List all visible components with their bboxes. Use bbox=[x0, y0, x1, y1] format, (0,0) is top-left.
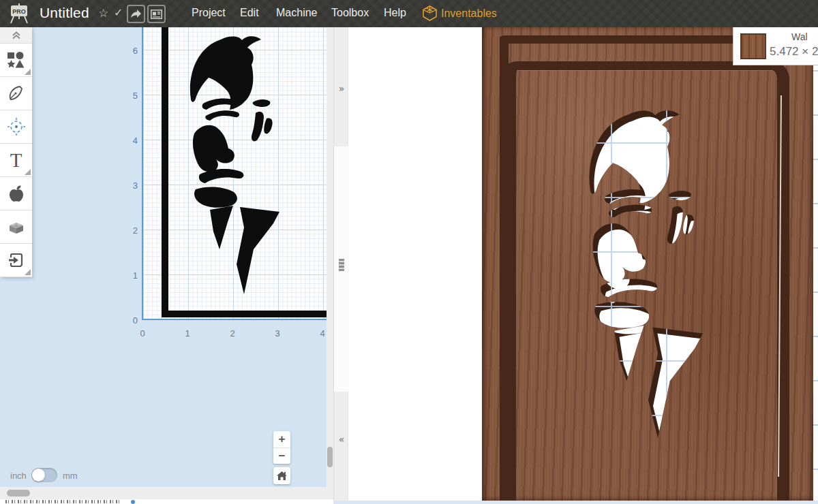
crosshair-icon bbox=[7, 117, 26, 136]
easel-app-window: 6 5 4 3 2 1 0 0 1 2 3 4 + − bbox=[0, 0, 818, 504]
inventables-logo-icon bbox=[423, 5, 437, 21]
favorite-star-icon[interactable]: ☆ bbox=[98, 6, 108, 20]
material-swatch bbox=[740, 33, 766, 59]
zoom-controls: + − bbox=[273, 431, 290, 484]
saved-check-icon: ✓ bbox=[114, 6, 123, 19]
submenu-indicator bbox=[25, 169, 31, 175]
inventables-label: Inventables bbox=[441, 7, 497, 20]
zoom-out-button[interactable]: − bbox=[273, 447, 290, 464]
face-cutout-preview bbox=[348, 27, 818, 501]
top-menu-bar: PRO Untitled ☆ ✓ Project Edit Machine To… bbox=[0, 0, 818, 27]
y-axis-tick: 1 bbox=[125, 270, 138, 281]
unit-label-mm: mm bbox=[63, 471, 78, 481]
origin-tool[interactable] bbox=[0, 110, 32, 144]
tool-sidebar: T bbox=[0, 27, 32, 277]
x-axis-tick: 0 bbox=[136, 328, 149, 338]
y-axis-tick: 2 bbox=[125, 225, 138, 236]
blocks-tool[interactable] bbox=[0, 210, 32, 244]
material-dimensions: 5.472 × 23.6 bbox=[770, 45, 818, 59]
canvas-vertical-scrollbar[interactable] bbox=[327, 27, 333, 487]
y-axis-tick: 6 bbox=[125, 46, 138, 56]
preview-bottom-strip bbox=[333, 501, 818, 504]
menu-toolbox[interactable]: Toolbox bbox=[331, 7, 369, 19]
clipped-text-fragment bbox=[5, 500, 121, 503]
pen-nib-icon bbox=[7, 84, 25, 102]
divider-drag-grip[interactable] bbox=[339, 259, 344, 271]
project-title[interactable]: Untitled bbox=[40, 5, 89, 21]
share-button[interactable] bbox=[127, 5, 145, 23]
toggle-knob bbox=[32, 469, 45, 482]
y-axis-tick: 5 bbox=[125, 91, 138, 101]
import-icon bbox=[7, 251, 25, 269]
zoom-in-button[interactable]: + bbox=[273, 431, 290, 447]
expand-panel-right-button[interactable]: » bbox=[334, 83, 349, 94]
menu-edit[interactable]: Edit bbox=[240, 7, 259, 19]
clipped-blue-dot bbox=[131, 500, 135, 504]
text-tool[interactable]: T bbox=[0, 144, 32, 177]
x-axis-tick: 2 bbox=[226, 328, 239, 338]
menu-help[interactable]: Help bbox=[384, 7, 406, 19]
y-axis-tick: 0 bbox=[125, 315, 138, 326]
carve-preview-3d[interactable]: Wal 5.472 × 23.6 bbox=[348, 27, 818, 501]
collapse-panel-left-button[interactable]: « bbox=[334, 434, 349, 445]
y-axis-tick: 4 bbox=[125, 136, 138, 146]
shapes-tool[interactable] bbox=[0, 44, 32, 77]
design-canvas[interactable]: 6 5 4 3 2 1 0 0 1 2 3 4 + − bbox=[0, 27, 327, 487]
stencil-frame-shape[interactable] bbox=[162, 27, 168, 317]
apple-icon bbox=[8, 185, 25, 202]
share-arrow-icon bbox=[130, 9, 142, 19]
details-card-button[interactable] bbox=[147, 5, 166, 23]
lego-brick-icon bbox=[7, 219, 25, 235]
canvas-horizontal-scrollbar[interactable] bbox=[0, 487, 333, 499]
pen-tool[interactable] bbox=[0, 77, 32, 110]
apps-tool[interactable] bbox=[0, 177, 32, 210]
import-tool[interactable] bbox=[0, 244, 32, 277]
material-info-panel[interactable]: Wal 5.472 × 23.6 bbox=[733, 27, 818, 65]
sidebar-collapse-button[interactable] bbox=[0, 27, 32, 44]
face-stencil-shape[interactable] bbox=[176, 34, 295, 310]
horizontal-scroll-thumb[interactable] bbox=[7, 490, 30, 497]
x-axis-tick: 4 bbox=[316, 328, 327, 338]
card-icon bbox=[151, 10, 162, 19]
material-name: Wal bbox=[791, 31, 808, 42]
clipped-status-text bbox=[0, 499, 333, 504]
inventables-link[interactable]: Inventables bbox=[423, 5, 497, 21]
easel-pro-logo[interactable]: PRO bbox=[8, 3, 30, 24]
chevron-double-up-icon bbox=[11, 31, 22, 40]
menu-machine[interactable]: Machine bbox=[276, 7, 317, 19]
unit-label-inch: inch bbox=[10, 471, 27, 481]
text-tool-icon: T bbox=[10, 151, 22, 170]
home-icon bbox=[277, 471, 287, 481]
submenu-indicator bbox=[25, 269, 31, 275]
panel-divider[interactable]: » « bbox=[333, 27, 348, 501]
submenu-indicator bbox=[25, 69, 31, 75]
menu-project[interactable]: Project bbox=[192, 7, 226, 19]
vertical-scroll-thumb[interactable] bbox=[327, 447, 333, 467]
x-axis-tick: 1 bbox=[181, 328, 194, 338]
shapes-icon bbox=[7, 51, 25, 69]
unit-toggle[interactable] bbox=[31, 468, 57, 482]
pro-badge: PRO bbox=[12, 8, 26, 15]
home-view-button[interactable] bbox=[273, 467, 290, 484]
y-axis-tick: 3 bbox=[125, 180, 138, 191]
stencil-frame-shape[interactable] bbox=[162, 311, 327, 317]
x-axis-tick: 3 bbox=[271, 328, 284, 338]
